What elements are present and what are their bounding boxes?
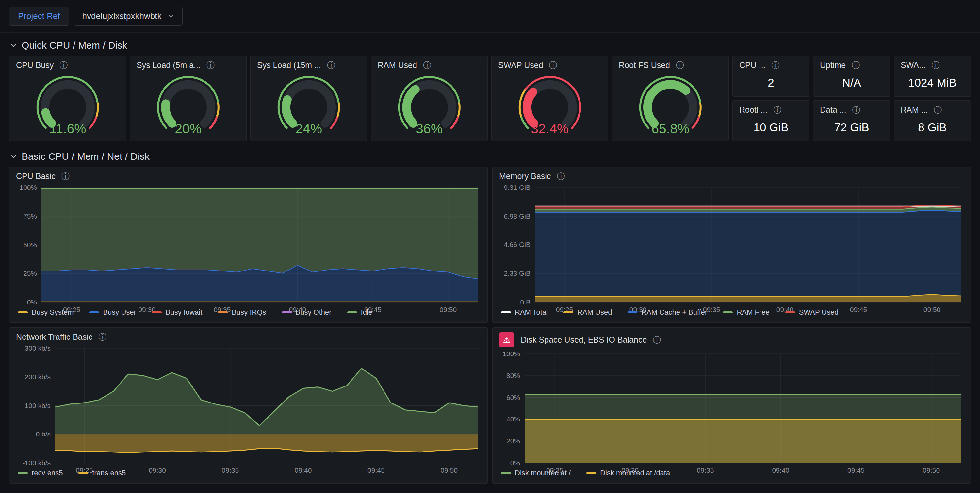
stat-value: 1024 MiB [894, 72, 970, 96]
legend-item[interactable]: trans ens5 [78, 469, 126, 477]
charts-grid: CPU Basic ⓘ 09:2509:3009:3509:4009:4509:… [9, 167, 971, 483]
legend-item[interactable]: RAM Cache + Buffer [627, 308, 707, 316]
sys-load-5m-gauge: 20% [130, 72, 246, 141]
info-icon[interactable]: ⓘ [549, 61, 557, 69]
panel-title[interactable]: Root FS Used [619, 60, 670, 70]
grafana-dashboard: Project Ref hvdelujxlxstpxkhwbtk Quick C… [0, 0, 980, 483]
legend-item[interactable]: RAM Free [723, 308, 769, 316]
legend-color-mark [18, 311, 28, 313]
chevron-down-icon [167, 13, 175, 20]
panel-title[interactable]: CPU Basic [16, 172, 56, 181]
svg-text:100%: 100% [19, 184, 37, 191]
panel-title[interactable]: RootF... [739, 105, 767, 115]
panel-root-fs-used: Root FS Used ⓘ 65.8% [612, 56, 729, 141]
svg-text:50%: 50% [23, 241, 37, 249]
svg-text:24%: 24% [295, 121, 322, 136]
svg-text:-100 kb/s: -100 kb/s [22, 459, 51, 466]
svg-text:20%: 20% [175, 121, 202, 136]
panel-title[interactable]: Sys Load (5m a... [137, 60, 200, 70]
panel-stat-rootfs-total: RootF... ⓘ 10 GiB [732, 100, 810, 142]
stat-value: 2 [733, 72, 809, 96]
panel-title[interactable]: Uptime [820, 60, 846, 70]
panel-cpu-busy: CPU Busy ⓘ 11.6% [9, 56, 126, 141]
info-icon[interactable]: ⓘ [557, 172, 565, 180]
legend-item[interactable]: recv ens5 [18, 469, 63, 477]
info-icon[interactable]: ⓘ [772, 61, 780, 69]
info-icon[interactable]: ⓘ [773, 106, 781, 114]
project-selector-dropdown[interactable]: hvdelujxlxstpxkhwbtk [74, 7, 183, 26]
legend-item[interactable]: Disk mounted at / [501, 469, 571, 477]
topbar: Project Ref hvdelujxlxstpxkhwbtk [0, 0, 980, 33]
panel-title[interactable]: SWA... [900, 60, 926, 70]
panel-swap-used: SWAP Used ⓘ 32.4% [491, 56, 608, 141]
legend-item[interactable]: Busy Other [282, 308, 332, 316]
cpu-busy-gauge: 11.6% [10, 72, 126, 141]
root-fs-used-gauge: 65.8% [612, 72, 729, 141]
disk-space-chart[interactable]: 09:2509:3009:3509:4009:4509:500%20%40%60… [497, 349, 966, 468]
legend-item[interactable]: Idle [347, 308, 372, 316]
alert-warning-icon[interactable]: ⚠ [499, 332, 514, 347]
legend-item[interactable]: SWAP Used [785, 308, 838, 316]
stat-value: N/A [813, 72, 890, 96]
info-icon[interactable]: ⓘ [59, 61, 68, 69]
section-quick-cpu-mem-disk[interactable]: Quick CPU / Mem / Disk [9, 40, 971, 51]
stat-value: 8 GiB [894, 117, 970, 141]
cpu-basic-chart[interactable]: 09:2509:3009:3509:4009:4509:500%25%50%75… [14, 183, 483, 307]
svg-text:2.33 GiB: 2.33 GiB [504, 270, 530, 277]
panel-title[interactable]: Sys Load (15m ... [257, 60, 321, 70]
panel-title[interactable]: Disk Space Used, EBS IO Balance [521, 335, 647, 345]
legend-color-mark [282, 311, 292, 313]
legend-color-mark [218, 311, 228, 313]
info-icon[interactable]: ⓘ [98, 333, 107, 341]
info-icon[interactable]: ⓘ [852, 106, 861, 114]
svg-text:11.6%: 11.6% [49, 121, 86, 136]
svg-text:36%: 36% [416, 121, 442, 136]
panel-title[interactable]: RAM Used [378, 60, 417, 70]
panel-title[interactable]: CPU Busy [16, 60, 54, 70]
info-icon[interactable]: ⓘ [852, 61, 860, 69]
svg-text:0%: 0% [510, 459, 520, 466]
legend-item[interactable]: Disk mounted at /data [586, 469, 670, 477]
legend-color-mark [627, 311, 637, 313]
sys-load-15m-gauge: 24% [251, 72, 367, 141]
legend-label: Disk mounted at / [515, 469, 571, 477]
legend-item[interactable]: Busy IRQs [218, 308, 266, 316]
legend-label: RAM Cache + Buffer [641, 308, 707, 316]
legend-item[interactable]: Busy Iowait [152, 308, 202, 316]
quick-row: CPU Busy ⓘ 11.6% Sys Load (5m a... ⓘ 20%… [9, 56, 971, 141]
svg-text:75%: 75% [23, 212, 37, 220]
legend-item[interactable]: Busy System [18, 308, 73, 316]
info-icon[interactable]: ⓘ [423, 61, 431, 69]
legend-label: RAM Used [577, 308, 612, 316]
legend-label: Disk mounted at /data [600, 469, 670, 477]
info-icon[interactable]: ⓘ [327, 61, 335, 69]
legend-item[interactable]: Busy User [89, 308, 136, 316]
panel-title[interactable]: CPU ... [739, 60, 766, 70]
panel-network-traffic-basic: Network Traffic Basic ⓘ 09:2509:3009:350… [9, 328, 488, 483]
chevron-down-icon [9, 41, 18, 50]
panel-stat-swap-total: SWA... ⓘ 1024 MiB [894, 56, 971, 97]
legend-item[interactable]: RAM Total [501, 308, 548, 316]
network-traffic-chart[interactable]: 09:2509:3009:3509:4009:4509:50-100 kb/s0… [14, 344, 483, 468]
legend-label: Busy Other [296, 308, 332, 316]
svg-text:40%: 40% [506, 415, 520, 423]
project-ref-button[interactable]: Project Ref [9, 7, 69, 26]
info-icon[interactable]: ⓘ [934, 106, 942, 114]
panel-title[interactable]: Network Traffic Basic [16, 332, 92, 342]
panel-title[interactable]: SWAP Used [498, 60, 543, 70]
panel-title[interactable]: Memory Basic [499, 172, 551, 181]
panel-cpu-basic: CPU Basic ⓘ 09:2509:3009:3509:4009:4509:… [9, 167, 488, 323]
section-basic-cpu-mem-net-disk[interactable]: Basic CPU / Mem / Net / Disk [9, 151, 971, 162]
panel-title[interactable]: Data ... [820, 105, 846, 115]
legend-color-mark [501, 311, 511, 313]
info-icon[interactable]: ⓘ [932, 61, 940, 69]
stats-grid: CPU ... ⓘ 2 Uptime ⓘ N/A SWA... ⓘ [732, 56, 971, 141]
memory-basic-chart[interactable]: 09:2509:3009:3509:4009:4509:500 B2.33 Gi… [497, 183, 966, 307]
info-icon[interactable]: ⓘ [61, 172, 70, 180]
panel-title[interactable]: RAM ... [900, 105, 928, 115]
info-icon[interactable]: ⓘ [676, 61, 684, 69]
legend-item[interactable]: RAM Used [563, 308, 612, 316]
info-icon[interactable]: ⓘ [207, 61, 215, 69]
section-title: Quick CPU / Mem / Disk [22, 40, 127, 51]
info-icon[interactable]: ⓘ [653, 336, 661, 344]
